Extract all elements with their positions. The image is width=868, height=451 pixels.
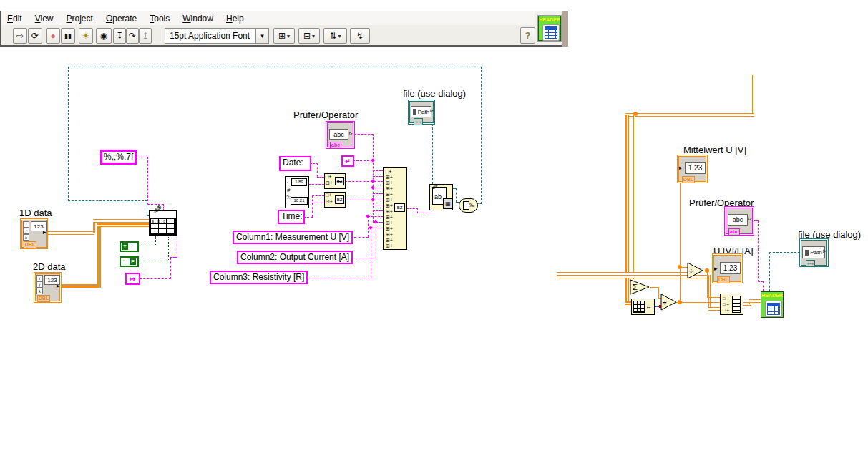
wire-path[interactable] — [68, 67, 482, 67]
wire-string[interactable] — [170, 258, 171, 279]
wire-dynamic-data[interactable] — [749, 299, 761, 303]
wire-1d-array[interactable] — [708, 307, 721, 311]
wire-string[interactable] — [373, 210, 384, 211]
wire-string[interactable] — [345, 181, 384, 182]
wire-string[interactable] — [368, 216, 384, 217]
wire-string[interactable] — [345, 200, 384, 200]
step-into-button[interactable]: ↧ — [113, 28, 126, 44]
wire-string[interactable] — [317, 177, 324, 178]
step-over-button[interactable]: ↷ — [126, 28, 139, 44]
array-2d-label[interactable]: 2D data — [33, 261, 66, 272]
wire-1d-array[interactable] — [47, 231, 94, 235]
step-out-button[interactable]: ↥ — [139, 28, 152, 44]
pruefer-operator-value[interactable]: abc — [329, 129, 348, 140]
wire-string[interactable] — [406, 208, 418, 209]
wire-scalar[interactable] — [676, 302, 721, 303]
wire-scalar[interactable] — [658, 287, 659, 298]
menu-help[interactable]: Help — [220, 12, 251, 25]
wire-string[interactable] — [308, 203, 324, 203]
wire-string[interactable] — [147, 157, 148, 205]
add-array-elements-node[interactable]: Σ — [630, 279, 650, 295]
wire-path[interactable] — [68, 67, 69, 201]
wire-2d-array[interactable] — [97, 223, 149, 227]
format-string-constant[interactable]: %,;%.7f — [100, 150, 137, 165]
font-selector[interactable]: 15pt Application Font ▾ — [165, 28, 269, 44]
wire-string[interactable] — [373, 134, 374, 223]
wire-string[interactable] — [317, 163, 318, 177]
wire-string[interactable] — [308, 184, 324, 185]
menu-window[interactable]: Window — [177, 12, 220, 25]
menu-operate[interactable]: Operate — [100, 12, 144, 25]
wire-string[interactable] — [417, 213, 429, 213]
divide-node-mean[interactable]: ÷ — [660, 294, 677, 311]
pruefer-right-value[interactable]: abc — [728, 214, 748, 226]
wire-path[interactable] — [481, 67, 482, 204]
wire-string[interactable] — [354, 134, 374, 135]
array-index-k[interactable]: k — [23, 234, 29, 241]
file-right-value[interactable]: Path — [802, 246, 825, 258]
abort-button[interactable]: ● — [46, 28, 60, 44]
write-measurement-file-express-vi[interactable]: HEADER — [761, 291, 784, 318]
font-selector-caret-icon[interactable]: ▾ — [255, 29, 268, 43]
wire-string[interactable] — [758, 220, 759, 282]
date-string-constant[interactable]: Date: — [279, 156, 311, 171]
menu-edit[interactable]: Edit — [1, 12, 29, 25]
wire-string[interactable] — [354, 237, 369, 238]
menu-project[interactable]: Project — [61, 12, 100, 25]
array-index-j[interactable]: j — [23, 228, 29, 234]
retain-wire-values-button[interactable]: ◉ — [96, 28, 112, 44]
wire-string[interactable] — [371, 228, 371, 278]
menu-view[interactable]: View — [29, 12, 61, 25]
mittelwert-label[interactable]: Mittelwert U [V] — [683, 145, 746, 155]
column3-constant[interactable]: Column3: Resistivity [R] — [210, 271, 308, 284]
highlight-execution-button[interactable]: ☀ — [79, 28, 93, 44]
wire-scalar[interactable] — [680, 183, 681, 303]
array-index-i[interactable]: i — [36, 275, 43, 281]
wire-1d-array[interactable] — [93, 219, 149, 223]
wire-1d-array[interactable] — [633, 115, 635, 279]
wire-string[interactable] — [373, 176, 384, 177]
wire-scalar[interactable] — [707, 297, 721, 298]
vi-icon[interactable]: HEADER — [538, 16, 561, 41]
wire-1d-array[interactable] — [708, 275, 711, 309]
pruefer-operator-label[interactable]: Prüfer/Operator — [293, 110, 358, 120]
wire-path[interactable] — [432, 124, 433, 184]
wire-1d-array[interactable] — [625, 113, 754, 117]
distribute-objects-button[interactable]: ⊟▾ — [298, 28, 320, 44]
wire-2d-array[interactable] — [97, 224, 101, 288]
context-help-button[interactable]: ? — [520, 27, 535, 44]
wire-boolean[interactable] — [168, 237, 169, 261]
wire-string[interactable] — [357, 258, 376, 258]
clean-up-diagram-button[interactable]: ↯ — [350, 28, 370, 44]
wire-path[interactable] — [456, 188, 457, 203]
wire-boolean[interactable] — [138, 261, 169, 261]
file-path-value[interactable]: Path — [411, 106, 431, 117]
wire-path[interactable] — [68, 200, 147, 201]
wire-string[interactable] — [763, 281, 764, 291]
file-use-dialog-label[interactable]: file (use dialog) — [403, 88, 466, 99]
column1-constant[interactable]: Column1: Measurement U [V] — [233, 231, 353, 244]
wire-boolean[interactable] — [155, 236, 156, 246]
end-of-line-constant[interactable]: ↵ — [341, 155, 354, 167]
wire-string[interactable] — [308, 278, 371, 278]
wire-string[interactable] — [312, 195, 313, 217]
run-button[interactable]: ⇨ — [13, 28, 27, 44]
wire-2d-array[interactable] — [59, 284, 99, 288]
wire-string[interactable] — [373, 193, 384, 194]
wire-string[interactable] — [373, 170, 384, 171]
wire-string[interactable] — [373, 205, 384, 205]
array-index-j[interactable]: j — [36, 281, 43, 288]
time-string-constant[interactable]: Time: — [278, 210, 305, 224]
wire-string[interactable] — [177, 236, 177, 258]
array-index-i[interactable]: i — [23, 221, 29, 228]
wire-boolean[interactable] — [138, 246, 156, 246]
wire-string[interactable] — [353, 160, 373, 161]
divide-node-ratio[interactable]: ÷ — [687, 262, 703, 279]
menu-tools[interactable]: Tools — [144, 12, 177, 25]
wire-scalar[interactable] — [707, 271, 708, 298]
array-index-k[interactable]: k — [36, 288, 43, 294]
align-objects-button[interactable]: ⊞▾ — [273, 28, 295, 44]
tab-constant[interactable]: ↦ — [125, 273, 140, 285]
wire-string[interactable] — [140, 278, 171, 279]
wire-1d-array[interactable] — [752, 75, 754, 115]
